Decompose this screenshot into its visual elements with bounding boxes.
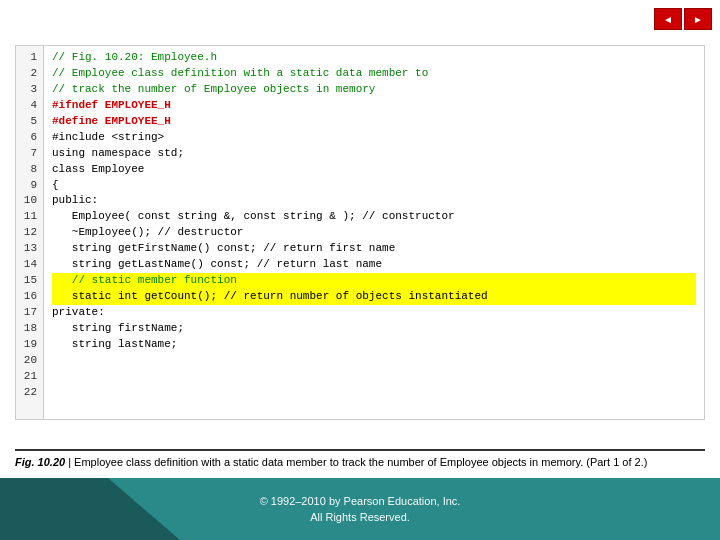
line-number: 10 [22, 193, 37, 209]
footer: © 1992–2010 by Pearson Education, Inc. A… [0, 478, 720, 540]
caption-fig-label: Fig. 10.20 [15, 456, 65, 468]
caption: Fig. 10.20 | Employee class definition w… [15, 449, 705, 470]
code-line: string lastName; [52, 337, 696, 353]
line-number: 11 [22, 209, 37, 225]
prev-button[interactable]: ◄ [654, 8, 682, 30]
line-number: 16 [22, 289, 37, 305]
line-number: 18 [22, 321, 37, 337]
next-button[interactable]: ► [684, 8, 712, 30]
line-number: 13 [22, 241, 37, 257]
footer-shape [0, 478, 180, 540]
line-number: 12 [22, 225, 37, 241]
line-number: 7 [22, 146, 37, 162]
line-number: 5 [22, 114, 37, 130]
line-number: 6 [22, 130, 37, 146]
caption-text: | Employee class definition with a stati… [65, 456, 647, 468]
line-numbers: 12345678910111213141516171819202122 [16, 46, 44, 419]
code-content: // Fig. 10.20: Employee.h// Employee cla… [44, 46, 704, 419]
line-number: 9 [22, 178, 37, 194]
code-line: string getFirstName() const; // return f… [52, 241, 696, 257]
code-line: // track the number of Employee objects … [52, 82, 696, 98]
line-number: 20 [22, 353, 37, 369]
line-number: 15 [22, 273, 37, 289]
line-number: 19 [22, 337, 37, 353]
line-number: 8 [22, 162, 37, 178]
line-number: 14 [22, 257, 37, 273]
footer-line1: © 1992–2010 by Pearson Education, Inc. [260, 493, 461, 510]
line-number: 3 [22, 82, 37, 98]
code-line: ~Employee(); // destructor [52, 225, 696, 241]
line-number: 4 [22, 98, 37, 114]
code-line: using namespace std; [52, 146, 696, 162]
line-number: 21 [22, 369, 37, 385]
code-line: #ifndef EMPLOYEE_H [52, 98, 696, 114]
code-container: 12345678910111213141516171819202122 // F… [15, 45, 705, 420]
code-line: string firstName; [52, 321, 696, 337]
code-line: class Employee [52, 162, 696, 178]
line-number: 22 [22, 385, 37, 401]
prev-icon: ◄ [663, 14, 673, 25]
code-line: // static member function [52, 273, 696, 289]
code-line: // Fig. 10.20: Employee.h [52, 50, 696, 66]
code-line: #define EMPLOYEE_H [52, 114, 696, 130]
next-icon: ► [693, 14, 703, 25]
code-line: { [52, 178, 696, 194]
footer-line2: All Rights Reserved. [260, 509, 461, 526]
code-line: string getLastName() const; // return la… [52, 257, 696, 273]
code-line: public: [52, 193, 696, 209]
line-number: 2 [22, 66, 37, 82]
footer-text: © 1992–2010 by Pearson Education, Inc. A… [260, 493, 461, 526]
code-line: static int getCount(); // return number … [52, 289, 696, 305]
line-number: 17 [22, 305, 37, 321]
code-line: Employee( const string &, const string &… [52, 209, 696, 225]
code-line: // Employee class definition with a stat… [52, 66, 696, 82]
line-number: 1 [22, 50, 37, 66]
nav-buttons: ◄ ► [654, 8, 712, 30]
code-line: #include <string> [52, 130, 696, 146]
code-line: private: [52, 305, 696, 321]
